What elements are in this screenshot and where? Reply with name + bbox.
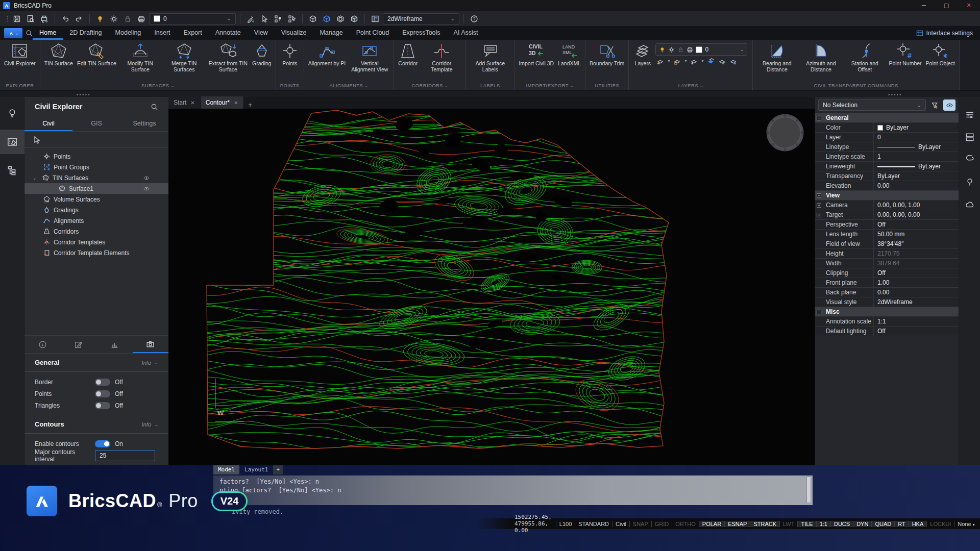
property-row-annotation-scale[interactable]: Annotation scale 1:1 xyxy=(815,317,959,327)
statusbar-grid[interactable]: GRID xyxy=(651,521,672,527)
visual-style-dropdown[interactable]: 2dWireframe⌄ xyxy=(383,13,459,24)
toolbar-drag-handle[interactable]: ⋮ xyxy=(4,15,9,22)
property-row-camera[interactable]: + Camera 0.00, 0.00, 1.00 xyxy=(815,201,959,210)
ribbon-button-extract-from-tin-surface[interactable]: Extract from TIN Surface xyxy=(206,41,250,74)
explorer-tab-settings[interactable]: Settings xyxy=(120,116,168,131)
layer-lock-button[interactable] xyxy=(673,57,681,65)
model-viewport[interactable]: W xyxy=(168,109,815,465)
close-tab-icon[interactable]: ✕ xyxy=(190,100,194,106)
publish-button[interactable] xyxy=(38,13,51,25)
dock-pin-button[interactable] xyxy=(965,178,974,187)
collapse-icon[interactable]: − xyxy=(817,310,821,314)
dock-clip-button[interactable] xyxy=(965,155,974,164)
ribbon-tab-view[interactable]: View xyxy=(248,27,275,40)
ribbon-tab-visualize[interactable]: Visualize xyxy=(275,27,313,40)
tree-item-volume-surfaces[interactable]: Volume Surfaces xyxy=(24,194,168,205)
ribbon-group-label[interactable]: CORRIDORS ⌄ xyxy=(394,82,465,90)
ribbon-group-label[interactable]: SURFACES ⌄ xyxy=(40,82,276,90)
statusbar-tile[interactable]: TILE xyxy=(797,521,816,527)
layer-check-button[interactable] xyxy=(718,57,726,65)
statusbar-ortho[interactable]: ORTHO xyxy=(672,521,699,527)
major-contours-interval-input[interactable] xyxy=(95,450,155,461)
statusbar-snap[interactable]: SNAP xyxy=(629,521,651,527)
bulb-button[interactable] xyxy=(94,13,106,25)
tree-item-corridors[interactable]: Corridors xyxy=(24,226,168,237)
ribbon-group-label[interactable]: LAYERS ⌄ xyxy=(629,82,752,90)
minimize-button[interactable]: ─ xyxy=(913,0,935,11)
ribbon-layer-dropdown[interactable]: 0⌄ xyxy=(655,43,747,56)
close-button[interactable]: ✕ xyxy=(958,0,980,11)
border-toggle[interactable] xyxy=(95,379,110,386)
cube-wire-button[interactable] xyxy=(307,13,319,25)
tree-item-surface1[interactable]: Surface1 xyxy=(24,183,168,194)
tree-item-corridor-template-elements[interactable]: Corridor Template Elements xyxy=(24,247,168,258)
statusbar-standard[interactable]: STANDARD xyxy=(575,521,612,527)
interface-settings-button[interactable]: Interface settings xyxy=(916,30,980,37)
tree-item-corridor-templates[interactable]: Corridor Templates xyxy=(24,237,168,247)
statusbar-ducs[interactable]: DUCS xyxy=(830,521,853,527)
statusbar-strack[interactable]: STRACK xyxy=(750,521,779,527)
squares-bulb-button[interactable] xyxy=(272,13,284,25)
statusbar-lwt[interactable]: LWT xyxy=(779,521,797,527)
squares-cursor-button[interactable] xyxy=(286,13,298,25)
ribbon-button-corridor-template[interactable]: Corridor Template xyxy=(420,41,463,74)
property-row-elevation[interactable]: Elevation 0.00 xyxy=(815,181,959,191)
statusbar-dyn[interactable]: DYN xyxy=(853,521,871,527)
select-tool-button[interactable] xyxy=(33,136,41,144)
application-button[interactable]: ⌄ xyxy=(4,28,22,38)
properties-section-general[interactable]: −General xyxy=(815,113,959,123)
explorer-tab-gis[interactable]: GIS xyxy=(72,116,120,131)
statusbar-hka[interactable]: HKA xyxy=(909,521,927,527)
visibility-eye-icon[interactable] xyxy=(143,174,150,182)
ribbon-button-merge-tin-surfaces[interactable]: Merge TIN Surfaces xyxy=(162,41,206,74)
search-button[interactable] xyxy=(26,30,33,37)
properties-section-misc[interactable]: −Misc xyxy=(815,307,959,317)
ribbon-tab-manage[interactable]: Manage xyxy=(313,27,349,40)
statusbar-polar[interactable]: POLAR xyxy=(699,521,724,527)
undo-button[interactable] xyxy=(59,13,71,25)
cube-wire2-button[interactable] xyxy=(321,13,333,25)
ribbon-group-label[interactable]: ALIGNMENTS ⌄ xyxy=(304,82,394,90)
dock-cloud-button[interactable] xyxy=(965,200,974,209)
ribbon-button-corridor[interactable]: Corridor xyxy=(396,41,420,68)
save-button[interactable] xyxy=(11,13,23,25)
ribbon-button-layers[interactable]: Layers xyxy=(631,41,654,68)
ribbon-button-import-civil-3d[interactable]: CIVIL3DImport Civil 3D xyxy=(517,41,556,68)
statusbar-quad[interactable]: QUAD xyxy=(871,521,894,527)
ribbon-button-point-number[interactable]: #Point Number xyxy=(887,41,923,68)
ribbon-button-add-surface-labels[interactable]: Add Surface Labels xyxy=(468,41,512,74)
tree-item-gradings[interactable]: Gradings xyxy=(24,205,168,215)
ribbon-button-tin-surface[interactable]: TIN Surface xyxy=(42,41,75,68)
layout-tab-model[interactable]: Model xyxy=(213,465,239,474)
ribbon-tab-modeling[interactable]: Modeling xyxy=(109,27,148,40)
layer-star-button[interactable] xyxy=(729,57,737,65)
search-icon[interactable] xyxy=(151,103,158,111)
enable-contours-toggle[interactable] xyxy=(95,440,110,447)
tree-item-point-groups[interactable]: Point Groups xyxy=(24,162,168,172)
dock-bulb-big-button[interactable] xyxy=(0,101,24,126)
collapse-icon[interactable]: − xyxy=(817,116,821,120)
property-filter-button[interactable] xyxy=(928,99,941,111)
statusbar-1-1[interactable]: 1:1 xyxy=(816,521,830,527)
ribbon-button-point-object[interactable]: Point Object xyxy=(924,41,957,68)
new-document-tab-button[interactable]: + xyxy=(244,102,257,109)
ribbon-button-modify-tin-surface[interactable]: Modify TIN Surface xyxy=(118,41,162,74)
property-row-height[interactable]: Height 2170.75 xyxy=(815,249,959,259)
property-row-clipping[interactable]: Clipping Off xyxy=(815,268,959,278)
new-layout-tab-button[interactable]: + xyxy=(273,465,283,474)
statusbar-none[interactable]: None ▾ xyxy=(954,521,977,527)
visibility-eye-icon[interactable] xyxy=(143,185,150,192)
quick-select-eye-button[interactable] xyxy=(943,99,955,111)
eyedropper-button[interactable] xyxy=(244,13,257,25)
preview-button[interactable] xyxy=(24,13,37,25)
document-tab-start[interactable]: Start✕ xyxy=(168,96,201,109)
property-row-linetype-scale[interactable]: Linetype scale 1 xyxy=(815,152,959,162)
ribbon-button-vertical-alignment-view[interactable]: Vertical Alignment View xyxy=(348,41,391,74)
detail-tab-info[interactable] xyxy=(24,336,61,353)
layout-tab-layout1[interactable]: Layout1 xyxy=(240,465,273,474)
ribbon-tab-ai-assist[interactable]: AI Assist xyxy=(447,27,485,40)
cube-circle-button[interactable] xyxy=(334,13,347,25)
close-tab-icon[interactable]: ✕ xyxy=(234,100,238,106)
ribbon-tab-2d-drafting[interactable]: 2D Drafting xyxy=(63,27,108,40)
ribbon-tab-point-cloud[interactable]: Point Cloud xyxy=(350,27,396,40)
